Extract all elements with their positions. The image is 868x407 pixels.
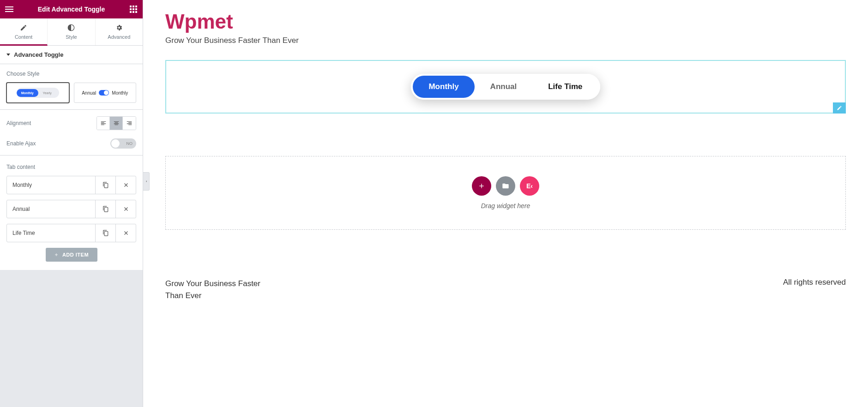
ek-icon: E‹ (526, 182, 533, 190)
duplicate-button[interactable] (95, 176, 115, 194)
plus-icon (54, 252, 59, 257)
tab-item-label: Annual (7, 206, 95, 212)
section-advanced-toggle[interactable]: Advanced Toggle (0, 46, 143, 64)
tab-style[interactable]: Style (48, 18, 95, 45)
toggle-pill: Monthly Annual Life Time (411, 74, 600, 100)
canvas: Wpmet Grow Your Business Faster Than Eve… (143, 0, 868, 407)
align-right-button[interactable] (123, 117, 136, 130)
tab-content-label: Tab content (6, 164, 136, 170)
menu-button[interactable] (0, 0, 18, 18)
copy-icon (102, 206, 109, 212)
align-left-icon (100, 120, 107, 126)
tab-item-label: Monthly (7, 182, 95, 188)
style-option-switch[interactable]: Annual Monthly (74, 83, 137, 103)
tab-advanced[interactable]: Advanced (96, 18, 143, 45)
add-section-button[interactable] (472, 176, 491, 196)
style-options: Monthly Yearly Annual Monthly (6, 83, 136, 103)
remove-button[interactable] (115, 176, 136, 194)
plus-icon (478, 182, 485, 190)
enable-ajax-label: Enable Ajax (6, 140, 36, 147)
editor-sidebar: Edit Advanced Toggle Content Style Advan… (0, 0, 143, 407)
elementskit-button[interactable]: E‹ (520, 176, 539, 196)
toggle-option-annual[interactable]: Annual (475, 76, 533, 98)
edit-widget-button[interactable] (833, 102, 846, 114)
footer-right-text: All rights reserved (783, 278, 846, 287)
dropzone-hint: Drag widget here (481, 202, 530, 209)
copy-icon (102, 230, 109, 236)
footer-left-text: Grow Your Business Faster Than Ever (165, 278, 276, 301)
tab-content[interactable]: Content (0, 18, 48, 46)
tab-content-item[interactable]: Life Time (6, 224, 136, 242)
page-footer: Grow Your Business Faster Than Ever All … (165, 278, 846, 301)
tab-content-item[interactable]: Annual (6, 200, 136, 218)
toggle-option-lifetime[interactable]: Life Time (532, 76, 598, 98)
remove-button[interactable] (115, 224, 136, 242)
widget-dropzone[interactable]: E‹ Drag widget here (165, 156, 846, 230)
template-library-button[interactable] (496, 176, 515, 196)
toggle-option-monthly[interactable]: Monthly (413, 76, 474, 98)
page-title: Wpmet (165, 10, 846, 33)
caret-down-icon (6, 54, 10, 56)
page-subtitle: Grow Your Business Faster Than Ever (165, 36, 846, 45)
grid-icon (130, 6, 137, 13)
pencil-icon (837, 105, 842, 111)
editor-tabs: Content Style Advanced (0, 18, 143, 46)
gear-icon (115, 24, 123, 31)
copy-icon (102, 182, 109, 188)
contrast-icon (67, 24, 75, 31)
panel-style: Choose Style Monthly Yearly Annual Month… (0, 64, 143, 110)
choose-style-label: Choose Style (6, 71, 136, 77)
hamburger-icon (5, 6, 13, 12)
align-left-button[interactable] (97, 117, 110, 130)
add-item-button[interactable]: ADD ITEM (46, 248, 97, 262)
style-option-pill[interactable]: Monthly Yearly (6, 83, 69, 103)
close-icon (123, 230, 129, 236)
enable-ajax-switch[interactable]: NO (110, 138, 136, 149)
close-icon (123, 206, 129, 212)
duplicate-button[interactable] (95, 224, 115, 242)
alignment-group (96, 116, 136, 130)
remove-button[interactable] (115, 200, 136, 218)
alignment-label: Alignment (6, 120, 31, 126)
advanced-toggle-widget[interactable]: Monthly Annual Life Time (165, 60, 846, 114)
tab-content-item[interactable]: Monthly (6, 176, 136, 194)
panel-controls: Alignment Enable Ajax NO (0, 110, 143, 156)
align-center-icon (113, 120, 120, 126)
align-right-icon (126, 120, 133, 126)
mini-toggle-icon (99, 90, 109, 96)
widgets-grid-button[interactable] (124, 0, 143, 18)
sidebar-header: Edit Advanced Toggle (0, 0, 143, 18)
pencil-icon (20, 24, 27, 31)
folder-icon (502, 182, 509, 190)
panel-tab-content: Tab content Monthly Annual Life Time ADD… (0, 156, 143, 270)
align-center-button[interactable] (110, 117, 123, 130)
duplicate-button[interactable] (95, 200, 115, 218)
sidebar-title: Edit Advanced Toggle (38, 6, 105, 13)
close-icon (123, 182, 129, 188)
tab-item-label: Life Time (7, 230, 95, 236)
